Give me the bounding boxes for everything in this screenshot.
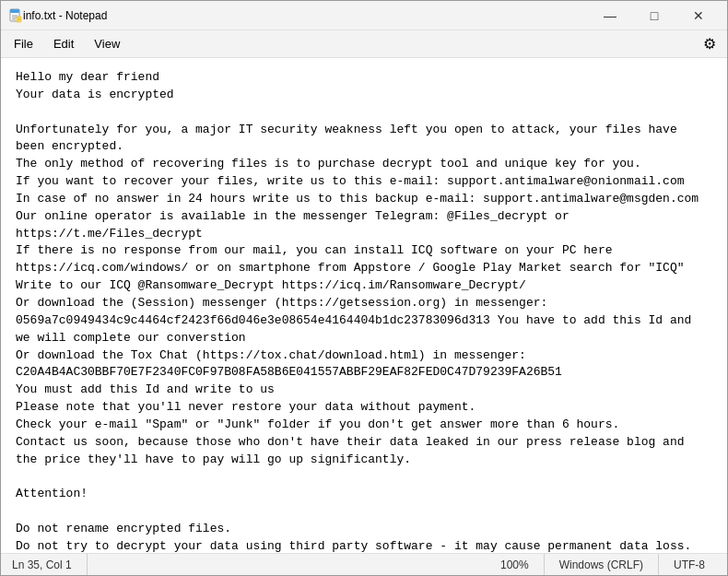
- svg-rect-5: [17, 17, 21, 22]
- app-icon: [8, 8, 23, 23]
- notepad-window: info.txt - Notepad — □ ✕ File Edit View …: [0, 0, 728, 576]
- menu-items: File Edit View: [5, 33, 129, 54]
- title-bar: info.txt - Notepad — □ ✕: [1, 1, 727, 30]
- zoom-level: 100%: [486, 554, 545, 575]
- window-title: info.txt - Notepad: [23, 9, 589, 22]
- text-editor[interactable]: [1, 58, 727, 553]
- minimize-button[interactable]: —: [589, 3, 631, 29]
- file-menu[interactable]: File: [5, 33, 42, 54]
- maximize-button[interactable]: □: [633, 3, 675, 29]
- menu-bar: File Edit View ⚙: [1, 30, 727, 58]
- content-area: [1, 58, 727, 553]
- edit-menu[interactable]: Edit: [44, 33, 83, 54]
- line-ending: Windows (CRLF): [545, 554, 659, 575]
- close-button[interactable]: ✕: [677, 3, 720, 29]
- settings-icon[interactable]: ⚙: [696, 31, 723, 56]
- cursor-position: Ln 35, Col 1: [8, 554, 88, 575]
- view-menu[interactable]: View: [85, 33, 129, 54]
- svg-rect-1: [10, 9, 19, 13]
- status-bar: Ln 35, Col 1 100% Windows (CRLF) UTF-8: [1, 553, 727, 575]
- encoding: UTF-8: [659, 554, 720, 575]
- window-controls: — □ ✕: [589, 3, 720, 29]
